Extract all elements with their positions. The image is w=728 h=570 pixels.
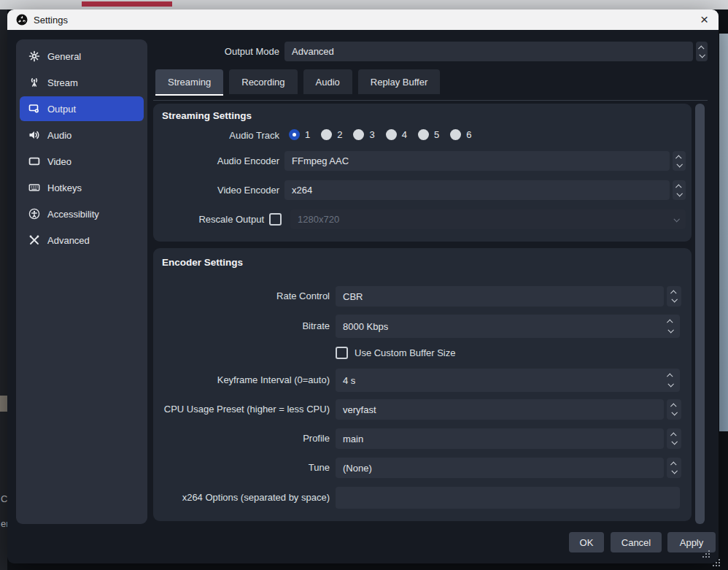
apply-button[interactable]: Apply	[667, 532, 716, 552]
chevron-down-icon	[671, 409, 677, 415]
radio-icon	[353, 129, 364, 140]
rate-control-spinner[interactable]	[667, 286, 681, 307]
encoder-settings-panel: Encoder Settings Rate Control CBR Bitrat…	[153, 248, 692, 521]
bitrate-spinbox[interactable]: 8000 Kbps	[336, 315, 680, 338]
apply-label: Apply	[680, 537, 704, 548]
tune-label: Tune	[153, 458, 330, 478]
output-mode-value: Advanced	[292, 46, 334, 57]
radio-icon	[386, 129, 397, 140]
radio-label: 1	[305, 129, 310, 140]
rate-control-label: Rate Control	[153, 286, 330, 307]
output-mode-select[interactable]: Advanced	[284, 42, 693, 61]
radio-icon	[289, 129, 300, 140]
radio-label: 2	[337, 129, 342, 140]
dialog-resize-grip[interactable]	[708, 550, 716, 559]
chevron-up-icon	[667, 319, 673, 325]
audio-track-radio-5[interactable]: 5	[418, 129, 439, 140]
cpu-usage-preset-label: CPU Usage Preset (higher = less CPU)	[153, 399, 330, 420]
tab-label: Recording	[241, 77, 284, 88]
rate-control-select[interactable]: CBR	[336, 286, 664, 307]
audio-encoder-select[interactable]: FFmpeg AAC	[284, 151, 670, 171]
tab-label: Audio	[316, 77, 340, 88]
chevron-down-icon	[667, 327, 673, 333]
settings-sidebar: General Stream Output Audio Video Hotkey…	[16, 39, 147, 524]
close-icon[interactable]: ×	[700, 11, 708, 28]
streaming-settings-panel: Streaming Settings Audio Track 1 2 3 4 5…	[153, 104, 692, 242]
chevron-up-icon	[675, 155, 681, 161]
video-encoder-label: Video Encoder	[153, 180, 279, 200]
chevron-down-icon	[671, 468, 677, 474]
sidebar-item-general[interactable]: General	[20, 44, 144, 69]
x264-options-input[interactable]	[336, 487, 680, 509]
tab-audio[interactable]: Audio	[303, 69, 352, 94]
sidebar-item-accessibility[interactable]: Accessibility	[20, 201, 144, 226]
dialog-titlebar[interactable]: Settings ×	[7, 9, 719, 30]
profile-spinner[interactable]	[667, 428, 681, 449]
display-icon	[28, 155, 40, 167]
ok-button[interactable]: OK	[569, 532, 604, 552]
output-mode-spinner[interactable]	[696, 42, 708, 61]
bitrate-arrows[interactable]	[668, 315, 673, 338]
tab-streaming[interactable]: Streaming	[155, 69, 223, 94]
settings-dialog: Settings × General Stream Output Audio V…	[7, 9, 719, 563]
radio-icon	[450, 129, 461, 140]
audio-track-radio-6[interactable]: 6	[450, 129, 471, 140]
sidebar-item-label: Accessibility	[47, 209, 99, 220]
audio-track-radio-2[interactable]: 2	[321, 129, 342, 140]
chevron-down-icon	[699, 52, 705, 58]
sidebar-item-hotkeys[interactable]: Hotkeys	[20, 175, 144, 200]
keyframe-interval-label: Keyframe Interval (0=auto)	[153, 369, 330, 392]
audio-track-radio-4[interactable]: 4	[386, 129, 407, 140]
clipped-background-text: er	[1, 518, 7, 529]
sidebar-item-advanced[interactable]: Advanced	[20, 228, 144, 253]
cancel-label: Cancel	[621, 537, 651, 548]
chevron-down-icon	[676, 161, 682, 167]
tune-select[interactable]: (None)	[336, 458, 664, 478]
encoder-settings-title: Encoder Settings	[162, 257, 243, 268]
chevron-up-icon	[675, 184, 681, 190]
rescale-resolution-value: 1280x720	[298, 214, 339, 225]
background-window-edge: Ca er	[0, 9, 7, 570]
cancel-button[interactable]: Cancel	[611, 532, 662, 552]
profile-value: main	[343, 434, 363, 444]
sidebar-item-label: Hotkeys	[47, 182, 82, 193]
video-encoder-value: x264	[292, 185, 312, 196]
sidebar-item-output[interactable]: Output	[20, 96, 144, 121]
video-encoder-spinner[interactable]	[673, 180, 686, 200]
audio-encoder-value: FFmpeg AAC	[292, 155, 349, 166]
cpu-usage-preset-select[interactable]: veryfast	[336, 399, 664, 420]
audio-track-radio-3[interactable]: 3	[353, 129, 374, 140]
tune-spinner[interactable]	[667, 458, 681, 478]
radio-icon	[321, 129, 332, 140]
sidebar-item-stream[interactable]: Stream	[20, 70, 144, 95]
tab-replay-buffer[interactable]: Replay Buffer	[358, 69, 441, 94]
obs-logo-icon	[16, 14, 28, 26]
rescale-output-label: Rescale Output	[153, 209, 264, 229]
sidebar-item-label: Advanced	[47, 235, 90, 246]
background-image-sliver	[0, 396, 7, 412]
output-tabs: Streaming Recording Audio Replay Buffer	[155, 69, 446, 94]
tab-recording[interactable]: Recording	[229, 69, 297, 94]
antenna-icon	[28, 77, 40, 88]
screen-resize-grip[interactable]	[719, 559, 726, 568]
cpu-usage-preset-value: veryfast	[343, 404, 376, 415]
video-encoder-select[interactable]: x264	[284, 180, 670, 200]
keyframe-arrows[interactable]	[668, 369, 673, 392]
rescale-resolution-select[interactable]: 1280x720	[290, 209, 686, 229]
clipped-background-text: Ca	[1, 493, 7, 504]
profile-select[interactable]: main	[336, 428, 664, 449]
vertical-scrollbar[interactable]	[695, 104, 705, 524]
output-icon	[28, 103, 40, 115]
sidebar-item-audio[interactable]: Audio	[20, 123, 144, 147]
sidebar-item-video[interactable]: Video	[20, 149, 144, 174]
rescale-output-checkbox[interactable]	[269, 213, 282, 226]
x264-options-label: x264 Options (separated by space)	[153, 487, 330, 509]
chevron-down-icon	[671, 296, 677, 302]
audio-encoder-spinner[interactable]	[673, 151, 686, 171]
cpu-usage-preset-spinner[interactable]	[667, 399, 681, 420]
use-custom-buffer-checkbox[interactable]	[336, 347, 348, 359]
audio-track-radio-1[interactable]: 1	[289, 129, 310, 140]
radio-label: 4	[402, 129, 407, 140]
keyframe-interval-spinbox[interactable]: 4 s	[336, 369, 680, 392]
sidebar-item-label: Output	[47, 104, 76, 115]
